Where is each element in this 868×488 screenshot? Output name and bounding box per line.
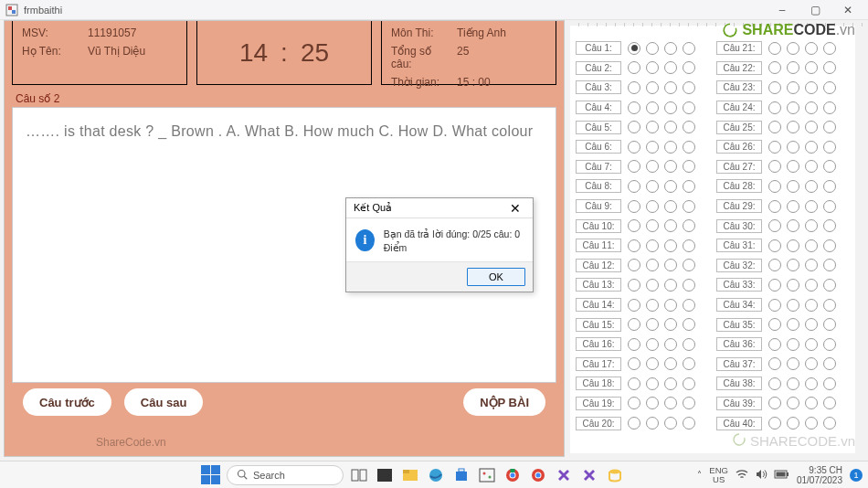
answer-option[interactable]: [628, 377, 640, 390]
answer-option[interactable]: [664, 338, 677, 351]
answer-option[interactable]: [683, 219, 695, 232]
answer-option[interactable]: [823, 81, 836, 94]
answer-option[interactable]: [823, 417, 836, 430]
answer-option[interactable]: [787, 219, 799, 232]
answer-option[interactable]: [787, 239, 799, 252]
answer-option[interactable]: [664, 219, 677, 232]
answer-option[interactable]: [664, 160, 677, 173]
answer-option[interactable]: [646, 357, 659, 370]
answer-option[interactable]: [683, 397, 695, 409]
language-indicator[interactable]: ENGUS: [709, 466, 728, 483]
answer-option[interactable]: [823, 239, 836, 252]
answer-option[interactable]: [787, 318, 799, 331]
answer-option[interactable]: [628, 279, 640, 292]
answer-option[interactable]: [787, 160, 799, 173]
answer-option[interactable]: [683, 417, 695, 430]
answer-option[interactable]: [683, 377, 695, 390]
answer-option[interactable]: [683, 299, 695, 312]
minimize-button[interactable]: –: [766, 0, 799, 20]
answer-option[interactable]: [805, 397, 818, 409]
answer-option[interactable]: [768, 259, 781, 271]
answer-option[interactable]: [646, 61, 659, 74]
answer-option[interactable]: [823, 42, 836, 55]
answer-option[interactable]: [787, 338, 799, 351]
answer-option[interactable]: [646, 219, 659, 232]
answer-option[interactable]: [768, 377, 781, 390]
answer-option[interactable]: [768, 141, 781, 154]
answer-option[interactable]: [768, 81, 781, 94]
answer-option[interactable]: [683, 81, 695, 94]
answer-option[interactable]: [646, 121, 659, 133]
answer-option[interactable]: [768, 318, 781, 331]
chrome-icon[interactable]: [503, 465, 523, 485]
answer-option[interactable]: [628, 180, 640, 193]
chrome-icon-2[interactable]: [528, 465, 548, 485]
answer-option[interactable]: [683, 200, 695, 213]
answer-option[interactable]: [664, 377, 677, 390]
answer-option[interactable]: [664, 357, 677, 370]
answer-option[interactable]: [646, 180, 659, 193]
answer-option[interactable]: [823, 279, 836, 292]
answer-option[interactable]: [664, 279, 677, 292]
answer-option[interactable]: [628, 417, 640, 430]
answer-option[interactable]: [823, 160, 836, 173]
answer-option[interactable]: [823, 141, 836, 154]
answer-option[interactable]: [823, 259, 836, 271]
maximize-button[interactable]: ▢: [799, 0, 831, 20]
answer-option[interactable]: [683, 239, 695, 252]
answer-option[interactable]: [787, 357, 799, 370]
answer-option[interactable]: [805, 200, 818, 213]
answer-option[interactable]: [646, 338, 659, 351]
vs-icon-2[interactable]: [579, 465, 599, 485]
answer-option[interactable]: [628, 101, 640, 114]
submit-exam-button[interactable]: NỘP BÀI: [463, 388, 545, 416]
answer-option[interactable]: [683, 279, 695, 292]
answer-option[interactable]: [768, 200, 781, 213]
answer-option[interactable]: [646, 299, 659, 312]
answer-option[interactable]: [768, 42, 781, 55]
answer-option[interactable]: [664, 200, 677, 213]
volume-icon[interactable]: [756, 469, 767, 482]
answer-option[interactable]: [683, 357, 695, 370]
answer-option[interactable]: [628, 219, 640, 232]
answer-option[interactable]: [664, 141, 677, 154]
answer-option[interactable]: [805, 180, 818, 193]
answer-option[interactable]: [628, 299, 640, 312]
answer-option[interactable]: [787, 200, 799, 213]
answer-option[interactable]: [628, 81, 640, 94]
answer-option[interactable]: [805, 81, 818, 94]
answer-option[interactable]: [628, 121, 640, 133]
answer-option[interactable]: [787, 121, 799, 133]
board-icon[interactable]: [477, 465, 497, 485]
tray-chevron-icon[interactable]: ˄: [697, 470, 702, 480]
taskbar-search[interactable]: Search: [227, 465, 344, 485]
answer-option[interactable]: [768, 417, 781, 430]
answer-option[interactable]: [823, 377, 836, 390]
answer-option[interactable]: [823, 299, 836, 312]
answer-option[interactable]: [823, 180, 836, 193]
answer-option[interactable]: [683, 180, 695, 193]
start-button[interactable]: [201, 465, 221, 485]
answer-option[interactable]: [787, 81, 799, 94]
answer-option[interactable]: [664, 397, 677, 409]
answer-option[interactable]: [646, 141, 659, 154]
answer-option[interactable]: [768, 239, 781, 252]
answer-option[interactable]: [664, 239, 677, 252]
answer-option[interactable]: [787, 417, 799, 430]
close-window-button[interactable]: ✕: [831, 0, 864, 20]
answer-option[interactable]: [823, 397, 836, 409]
answer-option[interactable]: [628, 61, 640, 74]
answer-option[interactable]: [646, 81, 659, 94]
answer-option[interactable]: [805, 61, 818, 74]
answer-option[interactable]: [805, 101, 818, 114]
next-question-button[interactable]: Câu sau: [124, 388, 204, 416]
answer-option[interactable]: [805, 121, 818, 133]
answer-option[interactable]: [787, 279, 799, 292]
dialog-close-button[interactable]: ✕: [505, 202, 525, 215]
answer-option[interactable]: [805, 338, 818, 351]
answer-option[interactable]: [683, 141, 695, 154]
answer-option[interactable]: [805, 42, 818, 55]
answer-option[interactable]: [768, 180, 781, 193]
answer-option[interactable]: [664, 299, 677, 312]
prev-question-button[interactable]: Câu trước: [23, 388, 111, 416]
